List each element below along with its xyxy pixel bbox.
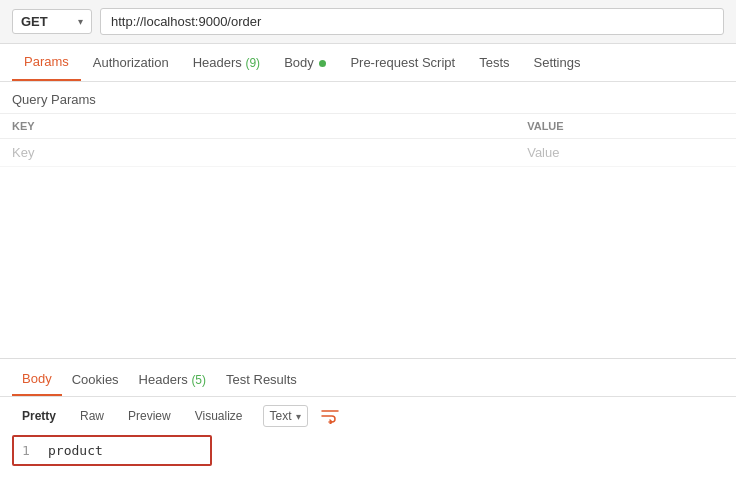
tab-tests-label: Tests	[479, 55, 509, 70]
tab-prerequest-label: Pre-request Script	[350, 55, 455, 70]
response-area: Body Cookies Headers (5) Test Results Pr…	[0, 359, 736, 466]
resp-tab-cookies[interactable]: Cookies	[62, 364, 129, 395]
tab-body-label: Body	[284, 55, 314, 70]
resp-tab-headers-label: Headers	[139, 372, 188, 387]
tab-params-label: Params	[24, 54, 69, 69]
response-tabs: Body Cookies Headers (5) Test Results	[0, 363, 736, 397]
format-type-label: Text	[270, 409, 292, 423]
query-params-label: Query Params	[0, 82, 736, 113]
format-pretty-button[interactable]: Pretty	[12, 405, 66, 427]
tab-headers-badge: (9)	[245, 56, 260, 70]
body-dot-indicator	[319, 60, 326, 67]
method-dropdown-arrow: ▾	[78, 16, 83, 27]
resp-tab-headers-badge: (5)	[191, 373, 206, 387]
format-raw-button[interactable]: Raw	[70, 405, 114, 427]
tab-body[interactable]: Body	[272, 45, 338, 80]
resp-tab-body[interactable]: Body	[12, 363, 62, 396]
line-number: 1	[22, 443, 36, 458]
format-preview-button[interactable]: Preview	[118, 405, 181, 427]
tab-params[interactable]: Params	[12, 44, 81, 81]
method-select[interactable]: GET ▾	[12, 9, 92, 34]
tab-authorization[interactable]: Authorization	[81, 45, 181, 80]
code-line-content: product	[48, 443, 103, 458]
tab-authorization-label: Authorization	[93, 55, 169, 70]
resp-tab-cookies-label: Cookies	[72, 372, 119, 387]
params-table: KEY VALUE Key Value	[0, 113, 736, 167]
table-row: Key Value	[0, 139, 736, 167]
col-header-key: KEY	[0, 114, 515, 139]
resp-tab-testresults-label: Test Results	[226, 372, 297, 387]
method-label: GET	[21, 14, 74, 29]
query-params-section: Query Params KEY VALUE Key Value	[0, 82, 736, 350]
tab-headers-label: Headers	[193, 55, 242, 70]
tab-headers[interactable]: Headers (9)	[181, 45, 272, 80]
key-cell[interactable]: Key	[0, 139, 515, 167]
url-bar: GET ▾	[0, 0, 736, 44]
request-tabs: Params Authorization Headers (9) Body Pr…	[0, 44, 736, 82]
resp-tab-body-label: Body	[22, 371, 52, 386]
tab-settings[interactable]: Settings	[522, 45, 593, 80]
format-visualize-button[interactable]: Visualize	[185, 405, 253, 427]
tab-settings-label: Settings	[534, 55, 581, 70]
value-cell[interactable]: Value	[515, 139, 736, 167]
resp-tab-testresults[interactable]: Test Results	[216, 364, 307, 395]
code-output: 1 product	[12, 435, 212, 466]
format-toolbar: Pretty Raw Preview Visualize Text ▾	[0, 397, 736, 435]
format-type-dropdown-arrow: ▾	[296, 411, 301, 422]
url-input[interactable]	[100, 8, 724, 35]
tab-prerequest[interactable]: Pre-request Script	[338, 45, 467, 80]
tab-tests[interactable]: Tests	[467, 45, 521, 80]
col-header-value: VALUE	[515, 114, 736, 139]
format-type-select[interactable]: Text ▾	[263, 405, 308, 427]
resp-tab-headers[interactable]: Headers (5)	[129, 364, 216, 395]
wrap-icon[interactable]	[320, 408, 340, 424]
